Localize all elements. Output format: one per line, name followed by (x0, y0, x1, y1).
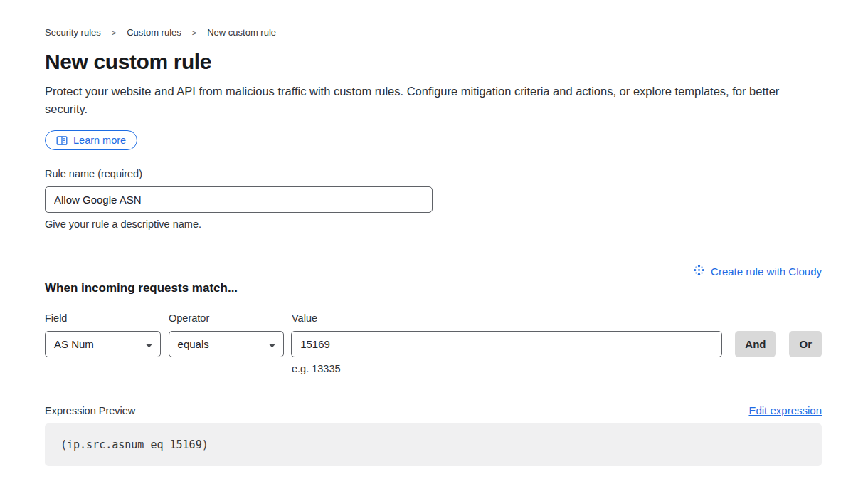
and-button[interactable]: And (735, 331, 776, 357)
value-input[interactable] (291, 331, 722, 357)
match-heading: When incoming requests match... (45, 281, 822, 295)
breadcrumb-separator: > (112, 28, 116, 37)
expression-preview-label: Expression Preview (45, 405, 135, 416)
cloudy-row: Create rule with Cloudy (45, 264, 822, 278)
rule-name-helper: Give your rule a descriptive name. (45, 219, 822, 230)
caret-down-icon (269, 338, 275, 350)
create-rule-with-cloudy-link[interactable]: Create rule with Cloudy (693, 264, 822, 278)
caret-down-icon (146, 338, 152, 350)
or-button[interactable]: Or (789, 331, 822, 357)
value-helper: e.g. 13335 (292, 363, 822, 374)
page-title: New custom rule (45, 50, 822, 74)
rule-name-input[interactable] (45, 186, 433, 213)
field-select-value: AS Num (54, 338, 94, 350)
edit-expression-link[interactable]: Edit expression (748, 404, 822, 416)
book-icon (56, 135, 68, 146)
sparkle-icon (693, 264, 705, 278)
expression-preview-code: (ip.src.asnum eq 15169) (45, 423, 822, 466)
field-select[interactable]: AS Num (45, 331, 161, 357)
learn-more-label: Learn more (73, 135, 126, 146)
new-custom-rule-page: Security rules > Custom rules > New cust… (45, 0, 822, 466)
breadcrumb: Security rules > Custom rules > New cust… (45, 27, 822, 38)
section-divider (45, 248, 822, 248)
rule-name-label: Rule name (required) (45, 168, 822, 179)
operator-select-value: equals (178, 338, 209, 350)
condition-row: AS Num equals And Or (45, 331, 822, 357)
cloudy-link-label: Create rule with Cloudy (711, 265, 822, 278)
breadcrumb-security-rules[interactable]: Security rules (45, 27, 101, 38)
page-description: Protect your website and API from malici… (45, 83, 798, 118)
operator-label: Operator (169, 312, 292, 324)
expression-row: Expression Preview Edit expression (45, 404, 822, 416)
operator-select[interactable]: equals (169, 331, 285, 357)
field-label: Field (45, 312, 169, 324)
condition-labels: Field Operator Value (45, 312, 822, 324)
breadcrumb-custom-rules[interactable]: Custom rules (127, 27, 181, 38)
breadcrumb-new-custom-rule: New custom rule (207, 27, 276, 38)
breadcrumb-separator: > (192, 28, 196, 37)
value-label: Value (292, 312, 317, 324)
learn-more-button[interactable]: Learn more (45, 130, 137, 150)
